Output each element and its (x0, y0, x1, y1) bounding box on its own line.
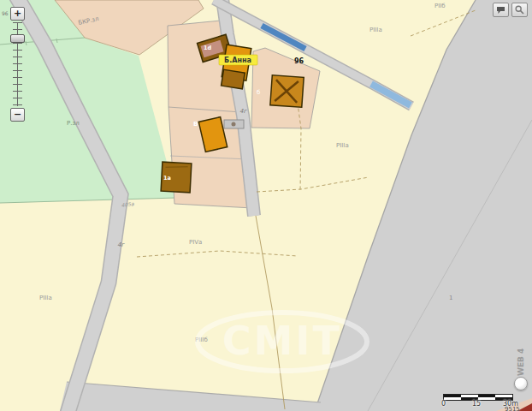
comment-icon (496, 6, 505, 15)
zoom-handle[interactable] (10, 34, 25, 43)
building-hatched[interactable] (270, 75, 304, 107)
selected-parcel-label: Б.Анна (224, 57, 251, 64)
parcel-label-riiia3: РIIIа (39, 295, 52, 301)
building-label-b: б (257, 89, 260, 96)
location-marker[interactable] (514, 377, 528, 390)
scale-tick-mid: 15 (472, 400, 481, 408)
scale-tick-start: 0 (441, 400, 446, 408)
parcel-label-riib: РIIб (434, 3, 446, 9)
road-4g-lower-label: 4г (117, 241, 125, 248)
parcel-label-riiia2: РIIIа (336, 142, 349, 149)
map-toolbar (493, 3, 528, 17)
parcel-label-riva: РIVа (189, 239, 202, 246)
culvert-dot (232, 122, 236, 127)
zoom-out-button[interactable]: − (10, 108, 25, 122)
building-small[interactable] (222, 69, 245, 89)
map-canvas[interactable]: 96 1 БКР.зл Р.зл РIIб РIIIа РIIIа РIVа Р… (0, 0, 532, 411)
zoom-slider: + − (10, 7, 25, 123)
scale-ref-code: 9515 (505, 406, 520, 411)
watermark-text: CMIT (222, 318, 342, 364)
watermark: CMIT (198, 313, 367, 371)
zoom-window-button[interactable] (511, 3, 528, 17)
house-number-label: 96 (294, 57, 304, 65)
comment-tool-button[interactable] (493, 3, 509, 17)
scale-bar: 0 15 30m 9515 (441, 392, 527, 411)
building-label-1a: 1а (163, 175, 171, 182)
parcel-label-pzl: Р.зл (67, 120, 80, 127)
parcel-label-1: 1 (449, 295, 452, 301)
parcel-label-riiia1: РIIIа (369, 27, 382, 33)
road-4g-upper-label: 4г (239, 108, 247, 115)
building-label-v: В (193, 121, 198, 128)
map-viewer: 96 1 БКР.зл Р.зл РIIб РIIIа РIIIа РIVа Р… (0, 0, 532, 411)
zoom-in-button[interactable]: + (10, 7, 25, 21)
magnifier-icon (515, 5, 524, 15)
building-label-1d: 1d (204, 45, 212, 51)
